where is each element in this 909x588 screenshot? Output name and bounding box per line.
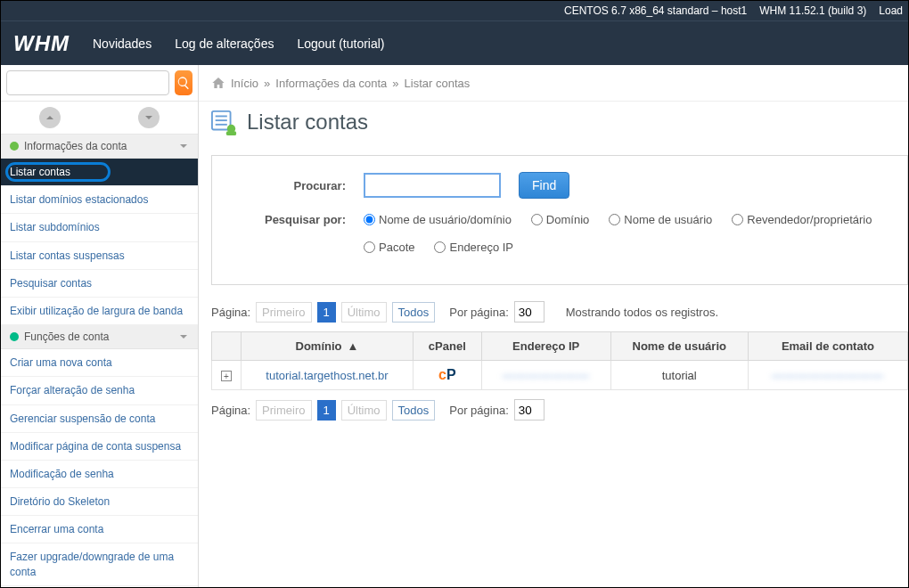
col-usuario[interactable]: Nome de usuário xyxy=(610,332,748,361)
sidebar-search-input[interactable] xyxy=(6,70,169,95)
radio-label: Nome de usuário xyxy=(624,213,712,226)
sidebar-item-modificacao-senha[interactable]: Modificação de senha xyxy=(1,461,198,488)
crumb-home[interactable]: Início xyxy=(231,77,258,90)
highlight-ring xyxy=(5,162,111,182)
cell-email: ————————— xyxy=(748,361,907,390)
page-title: Listar contas xyxy=(247,110,368,135)
section-title: Informações da conta xyxy=(24,140,127,152)
radio-usuario-dominio[interactable]: Nome de usuário/domínio xyxy=(364,213,512,226)
radio-label: Nome de usuário/domínio xyxy=(379,213,512,226)
list-accounts-icon xyxy=(211,109,238,135)
pager-page-1[interactable]: 1 xyxy=(317,400,336,421)
sidebar-item-modificar-pagina-suspensa[interactable]: Modificar página de conta suspensa xyxy=(1,433,198,461)
col-cpanel[interactable]: cPanel xyxy=(413,332,481,361)
radio-nome-usuario[interactable]: Nome de usuário xyxy=(609,213,712,226)
radio-pacote[interactable]: Pacote xyxy=(364,241,414,254)
nav-logout[interactable]: Logout (tutorial) xyxy=(297,37,384,51)
collapse-up-button[interactable] xyxy=(39,107,61,128)
sidebar-item-listar-contas[interactable]: Listar contas xyxy=(1,159,198,186)
searchby-label: Pesquisar por: xyxy=(230,213,346,226)
whm-logo: WHM xyxy=(13,31,70,56)
sidebar-item-largura-banda[interactable]: Exibir utilização de largura de banda xyxy=(1,298,198,325)
pager-page-1[interactable]: 1 xyxy=(317,302,336,323)
accounts-table: Domínio▲ cPanel Endereço IP Nome de usuá… xyxy=(211,331,908,390)
sidebar-item-criar-conta[interactable]: Criar uma nova conta xyxy=(1,349,198,377)
cell-cpanel[interactable]: cP xyxy=(413,361,481,390)
radio-label: Domínio xyxy=(546,213,589,226)
expand-row-button[interactable]: + xyxy=(221,371,232,381)
col-dominio[interactable]: Domínio▲ xyxy=(242,332,414,361)
chevron-down-icon xyxy=(178,141,189,151)
crumb-sep: » xyxy=(392,77,398,90)
pager-all[interactable]: Todos xyxy=(392,400,436,421)
search-icon xyxy=(176,76,191,90)
pager-first: Primeiro xyxy=(256,302,311,323)
sidebar-item-skeleton[interactable]: Diretório do Skeleton xyxy=(1,488,198,516)
pager-label: Página: xyxy=(211,404,250,417)
search-input[interactable] xyxy=(364,173,501,198)
collapse-down-button[interactable] xyxy=(138,107,160,128)
home-icon xyxy=(211,76,225,90)
sidebar-item-pesquisar-contas[interactable]: Pesquisar contas xyxy=(1,270,198,298)
section-icon xyxy=(10,332,19,341)
sort-asc-icon: ▲ xyxy=(348,339,359,353)
showing-text: Mostrando todos os registros. xyxy=(566,306,718,319)
chevron-down-icon xyxy=(178,331,189,342)
sidebar-item-contas-suspensas[interactable]: Listar contas suspensas xyxy=(1,242,198,270)
section-icon xyxy=(10,142,19,151)
radio-label: Pacote xyxy=(379,241,414,254)
pager-last: Último xyxy=(341,302,387,323)
section-title: Funções de conta xyxy=(24,331,109,343)
radio-endereco-ip[interactable]: Endereço IP xyxy=(434,241,513,254)
cpanel-icon: cP xyxy=(438,367,456,382)
cell-domain[interactable]: tutorial.targethost.net.br xyxy=(242,361,414,390)
pager-label: Página: xyxy=(211,306,250,319)
search-panel: Procurar: Find Pesquisar por: Nome de us… xyxy=(211,155,908,285)
sidebar-item-upgrade-downgrade[interactable]: Fazer upgrade/downgrade de uma conta xyxy=(1,543,198,585)
sidebar-item-forcar-senha[interactable]: Forçar alteração de senha xyxy=(1,377,198,404)
perpage-label: Por página: xyxy=(449,404,509,417)
sidebar-section-funcoes[interactable]: Funções de conta xyxy=(1,325,198,349)
nav-log-alteracoes[interactable]: Log de alterações xyxy=(175,37,274,51)
chevron-up-icon xyxy=(45,112,55,123)
radio-label: Endereço IP xyxy=(449,241,513,254)
chevron-down-icon xyxy=(143,112,154,123)
col-email[interactable]: Email de contato xyxy=(748,332,907,361)
sidebar-search-button[interactable] xyxy=(175,70,192,95)
find-button[interactable]: Find xyxy=(519,172,569,199)
whm-version: WHM 11.52.1 (build 3) xyxy=(759,4,866,17)
sidebar-item-dominios-estacionados[interactable]: Listar domínios estacionados xyxy=(1,186,198,214)
pager-first: Primeiro xyxy=(256,400,311,421)
crumb-last: Listar contas xyxy=(405,77,471,90)
breadcrumb: Início » Informações da conta » Listar c… xyxy=(199,65,908,102)
col-ip[interactable]: Endereço IP xyxy=(481,332,610,361)
sidebar-section-info[interactable]: Informações da conta xyxy=(1,135,198,159)
load-link[interactable]: Load xyxy=(879,4,903,17)
table-row: + tutorial.targethost.net.br cP ——————— … xyxy=(212,361,908,390)
pager-all[interactable]: Todos xyxy=(392,302,436,323)
search-label: Procurar: xyxy=(230,179,346,192)
crumb-sep: » xyxy=(264,77,270,90)
perpage-input[interactable] xyxy=(514,301,545,323)
col-expand xyxy=(212,332,242,361)
server-info: CENTOS 6.7 x86_64 standard – host1 xyxy=(564,4,747,17)
cell-user: tutorial xyxy=(610,361,748,390)
crumb-info[interactable]: Informações da conta xyxy=(275,77,387,90)
radio-label: Revendedor/proprietário xyxy=(747,213,872,226)
perpage-input[interactable] xyxy=(514,399,545,421)
sidebar-item-subdominios[interactable]: Listar subdomínios xyxy=(1,214,198,241)
pager-last: Último xyxy=(341,400,387,421)
sidebar-item-gerenciar-suspensao[interactable]: Gerenciar suspensão de conta xyxy=(1,405,198,433)
sidebar-item-encerrar-conta[interactable]: Encerrar uma conta xyxy=(1,516,198,543)
radio-revendedor[interactable]: Revendedor/proprietário xyxy=(732,213,872,226)
radio-dominio[interactable]: Domínio xyxy=(531,213,589,226)
nav-novidades[interactable]: Novidades xyxy=(93,37,152,51)
cell-ip: ——————— xyxy=(481,361,610,390)
perpage-label: Por página: xyxy=(449,306,509,319)
svg-rect-5 xyxy=(226,131,236,135)
